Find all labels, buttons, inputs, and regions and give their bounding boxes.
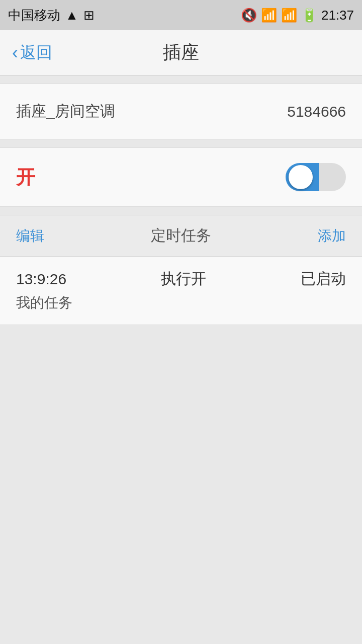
task-time: 13:9:26 <box>16 271 66 288</box>
carrier-label: 中国移动 <box>8 7 60 24</box>
device-row: 插座_房间空调 5184666 <box>0 84 362 139</box>
status-left: 中国移动 ▲ ⊞ <box>8 7 95 24</box>
task-header: 编辑 定时任务 添加 <box>0 215 362 257</box>
task-section-title: 定时任务 <box>151 225 211 246</box>
device-section: 插座_房间空调 5184666 <box>0 84 362 139</box>
grid-icon: ⊞ <box>83 8 95 23</box>
mute-icon: 🔇 <box>241 8 257 23</box>
task-item-top: 13:9:26 执行开 已启动 <box>16 269 346 289</box>
wifi-icon: 📶 <box>261 8 277 23</box>
status-right: 🔇 📶 📶 🔋 21:37 <box>241 8 354 23</box>
task-action: 执行开 <box>161 269 206 289</box>
task-desc: 我的任务 <box>16 293 346 312</box>
toggle-section: 开 I <box>0 147 362 207</box>
device-id: 5184666 <box>287 103 346 120</box>
edit-button[interactable]: 编辑 <box>16 226 44 246</box>
status-bar: 中国移动 ▲ ⊞ 🔇 📶 📶 🔋 21:37 <box>0 0 362 30</box>
add-button[interactable]: 添加 <box>318 226 346 246</box>
task-list: 13:9:26 执行开 已启动 我的任务 <box>0 257 362 325</box>
empty-area <box>0 325 362 567</box>
signal-icon: 📶 <box>281 8 297 23</box>
back-button[interactable]: ‹ 返回 <box>12 42 52 64</box>
task-item[interactable]: 13:9:26 执行开 已启动 我的任务 <box>0 257 362 325</box>
device-name: 插座_房间空调 <box>16 101 115 122</box>
nav-bar: ‹ 返回 插座 <box>0 30 362 75</box>
page-title: 插座 <box>163 40 199 65</box>
power-toggle[interactable]: I <box>286 163 346 191</box>
toggle-knob <box>289 165 313 189</box>
time-label: 21:37 <box>321 8 354 23</box>
toggle-label: 开 <box>16 165 35 190</box>
back-chevron-icon: ‹ <box>12 42 18 63</box>
warning-icon: ▲ <box>65 8 78 23</box>
battery-icon: 🔋 <box>301 8 317 23</box>
spacer-1 <box>0 75 362 84</box>
back-label: 返回 <box>20 42 52 64</box>
task-status: 已启动 <box>301 269 346 289</box>
